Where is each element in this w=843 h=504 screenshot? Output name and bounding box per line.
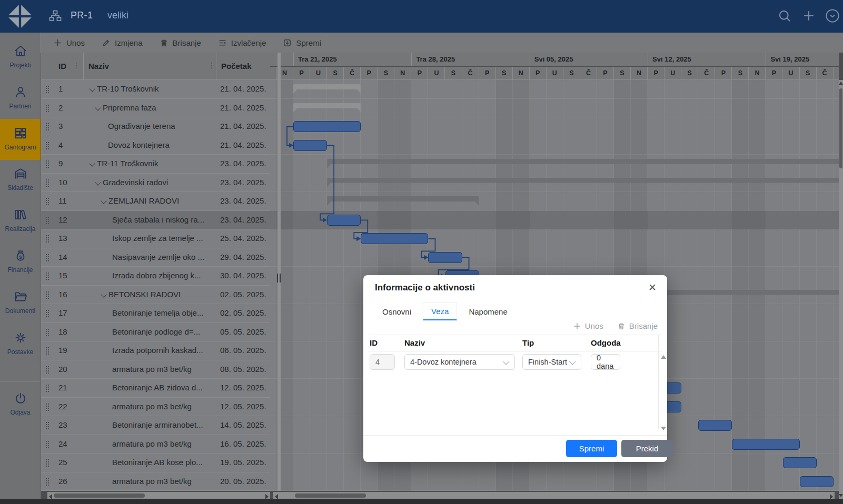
unos-button[interactable]: Unos [53, 38, 85, 47]
chevron-down-icon[interactable] [95, 179, 101, 185]
table-row[interactable]: 20armatura po m3 bet/kg08. 05. 2025. [41, 360, 270, 379]
sidebar-item-realizacija[interactable]: Realizacija [0, 200, 41, 241]
sidebar-item-projekti[interactable]: Projekti [0, 37, 41, 78]
table-row[interactable]: 17Betoniranje temelja obje...02. 05. 202… [41, 304, 270, 323]
link-odgoda-field[interactable]: 0 dana [591, 354, 620, 370]
tab-veza[interactable]: Veza [423, 303, 457, 320]
splitter-grip-icon[interactable] [277, 274, 281, 283]
table-row[interactable]: 23Betoniranje armiranobet...14. 05. 2025… [41, 416, 270, 435]
drag-handle-icon[interactable] [45, 85, 49, 93]
gantt-task-bar[interactable] [732, 439, 799, 450]
drag-handle-icon[interactable] [45, 384, 49, 392]
modal-unos-button[interactable]: Unos [573, 321, 603, 330]
gantt-task-bar[interactable] [800, 476, 834, 487]
link-id-field[interactable]: 4 [370, 354, 395, 370]
modal-scroll-down-icon[interactable] [661, 427, 666, 430]
gantt-summary-bar[interactable] [293, 84, 361, 94]
table-row[interactable]: 18Betoniranje podloge d=...05. 05. 2025. [41, 323, 270, 342]
table-row[interactable]: 25Betoniranje AB kose plo...19. 05. 2025… [41, 453, 270, 472]
drag-handle-icon[interactable] [45, 421, 49, 429]
gantt-task-bar[interactable] [293, 121, 361, 132]
brisanje-button[interactable]: Brisanje [160, 38, 201, 47]
table-row[interactable]: 12Sječa stabala i niskog ra...23. 04. 20… [41, 211, 270, 230]
gantt-horizontal-scrollbar[interactable] [273, 492, 835, 499]
app-logo-icon[interactable] [7, 3, 33, 29]
scroll-left-icon[interactable] [49, 494, 52, 499]
table-row[interactable]: 22armatura po m3 bet/kg12. 05. 2025. [41, 398, 270, 417]
table-row[interactable]: 19Izrada potpornih kaskad...06. 05. 2025… [41, 341, 270, 360]
scroll-up-icon[interactable] [839, 82, 843, 85]
gantt-task-bar[interactable] [327, 215, 361, 226]
drag-handle-icon[interactable] [45, 142, 49, 149]
gantt-task-bar[interactable] [293, 140, 327, 151]
drag-handle-icon[interactable] [45, 366, 49, 374]
link-naziv-select[interactable]: 4-Dovoz kontejnera [404, 354, 515, 370]
cancel-button[interactable]: Prekid [621, 440, 673, 457]
sidebar-item-odjava[interactable]: Odjava [0, 384, 41, 425]
drag-handle-icon[interactable] [45, 272, 49, 280]
save-button[interactable]: Spremi [566, 440, 617, 457]
naziv-column-menu-icon[interactable]: ⋮ [208, 61, 215, 69]
table-row[interactable]: 21Betoniranje AB zidova d...12. 05. 2025… [41, 379, 270, 398]
table-row[interactable]: 3Ograđivanje terena21. 04. 2025. [41, 117, 270, 136]
gantt-scroll-thumb[interactable] [295, 493, 366, 498]
scroll-right-icon[interactable] [830, 494, 833, 499]
drag-handle-icon[interactable] [45, 459, 49, 467]
gantt-task-bar[interactable] [428, 252, 462, 263]
vertical-scroll-thumb[interactable] [839, 88, 842, 168]
drag-handle-icon[interactable] [45, 104, 49, 112]
drag-handle-icon[interactable] [45, 235, 49, 243]
table-row[interactable]: 15Izrada dobro zbijenog k...30. 04. 2025… [41, 267, 270, 286]
drag-handle-icon[interactable] [45, 328, 49, 336]
sidebar-item-dokumenti[interactable]: Dokumenti [0, 283, 41, 324]
tab-napomene[interactable]: Napomene [460, 303, 515, 320]
sidebar-item-financije[interactable]: $Financije [0, 241, 41, 283]
drag-handle-icon[interactable] [45, 160, 49, 168]
table-row[interactable]: 10Građevinski radovi23. 04. 2025. [41, 174, 270, 193]
drag-handle-icon[interactable] [45, 403, 49, 411]
chevron-down-icon[interactable] [89, 160, 95, 166]
spremi-button[interactable]: Spremi [283, 38, 321, 47]
drag-handle-icon[interactable] [45, 478, 49, 486]
table-row[interactable]: 11ZEMLJANI RADOVI23. 04. 2025. [41, 192, 270, 211]
drag-handle-icon[interactable] [45, 254, 49, 261]
drag-handle-icon[interactable] [45, 197, 49, 205]
drag-handle-icon[interactable] [45, 216, 49, 224]
table-row[interactable]: 4Dovoz kontejnera21. 04. 2025. [41, 136, 270, 155]
izvla-enje-button[interactable]: Izvlačenje [218, 38, 266, 47]
scroll-down-icon[interactable] [839, 494, 843, 497]
plus-icon[interactable] [801, 8, 818, 25]
table-row[interactable]: 26armatura po m3 bet/kg20. 05. 2025. [41, 472, 270, 491]
gantt-task-bar[interactable] [698, 420, 732, 431]
drag-handle-icon[interactable] [45, 123, 49, 130]
drag-handle-icon[interactable] [45, 347, 49, 355]
tab-osnovni[interactable]: Osnovni [374, 303, 420, 320]
gantt-task-bar[interactable] [783, 457, 817, 468]
scroll-left-icon[interactable] [275, 494, 278, 499]
collapse-icon[interactable] [825, 8, 841, 25]
drag-handle-icon[interactable] [45, 179, 49, 187]
gantt-summary-bar[interactable] [293, 103, 361, 113]
id-column-menu-icon[interactable]: ⋮ [73, 61, 80, 69]
table-horizontal-scrollbar[interactable] [47, 492, 270, 499]
scroll-right-icon[interactable] [265, 494, 269, 499]
chevron-down-icon[interactable] [89, 86, 95, 92]
table-row[interactable]: 2Pripremna faza21. 04. 2025. [41, 99, 270, 118]
column-header-pocetak[interactable]: Početak [221, 62, 252, 70]
search-icon[interactable] [777, 8, 794, 25]
sidebar-item-partneri[interactable]: Partneri [0, 78, 41, 119]
table-row[interactable]: 9TR-11 Troškovnik23. 04. 2025. [41, 155, 270, 174]
panel-splitter[interactable] [277, 53, 281, 491]
izmjena-button[interactable]: Izmjena [102, 38, 143, 47]
modal-brisanje-button[interactable]: Brisanje [617, 321, 658, 330]
link-tip-select[interactable]: Finish-Start [522, 354, 581, 370]
column-header-naziv[interactable]: Naziv [88, 62, 109, 70]
table-row[interactable]: 1TR-10 Troškovnik21. 04. 2025. [41, 80, 270, 99]
column-header-id[interactable]: ID [58, 62, 66, 70]
chevron-down-icon[interactable] [101, 198, 106, 204]
chevron-down-icon[interactable] [95, 105, 101, 110]
gantt-task-bar[interactable] [361, 233, 428, 244]
sidebar-item-gantogram[interactable]: Gantogram [0, 119, 41, 160]
table-row[interactable]: 24armatura po m3 bet/kg16. 05. 2025. [41, 435, 270, 454]
sidebar-item-skladi-te[interactable]: Skladište [0, 159, 41, 200]
